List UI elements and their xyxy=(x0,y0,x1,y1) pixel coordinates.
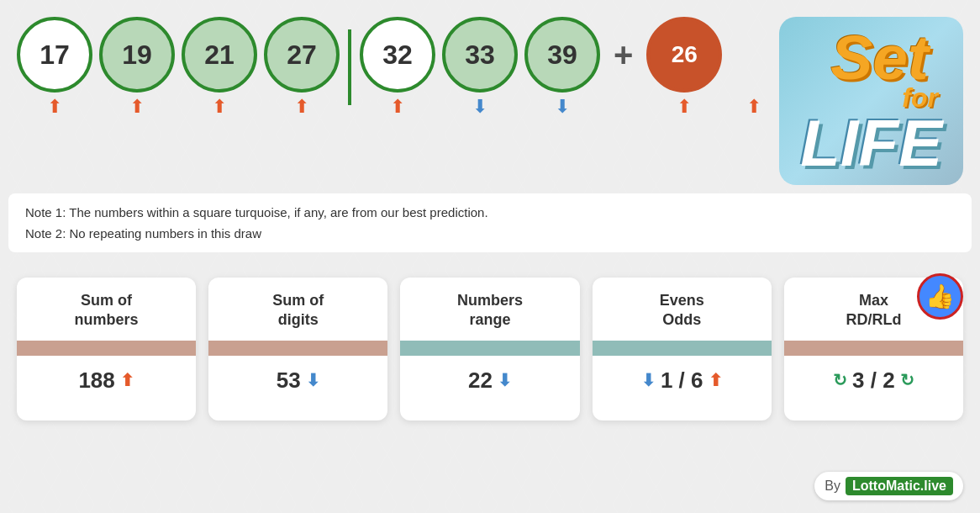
ball-group-1: 17 ⬆ xyxy=(17,17,92,118)
ball-group-7: 39 ⬇ xyxy=(524,17,600,118)
ball-17: 17 xyxy=(17,17,92,93)
main-container: 17 ⬆ 19 ⬆ 21 ⬆ 27 ⬆ 32 ⬆ xyxy=(0,0,980,513)
stat-card-evens-odds: EvensOdds ⬇ 1 / 6 ⬆ xyxy=(593,278,772,420)
stat-bar-top-4 xyxy=(593,341,772,356)
stat-value-max-rd: ↻ 3 / 2 ↻ xyxy=(784,356,963,405)
stat-arrow-up-right-4: ⬆ xyxy=(709,370,723,390)
stat-label-sum-numbers: Sum ofnumbers xyxy=(17,278,196,341)
stat-bar-top-2 xyxy=(208,341,387,356)
stat-value-numbers-range: 22 ⬇ xyxy=(400,356,579,405)
stat-bar-bottom-3 xyxy=(400,405,579,420)
ball-39: 39 xyxy=(524,17,600,93)
arrow-up-bonus: ⬆ xyxy=(677,96,692,118)
ball-group-3: 21 ⬆ xyxy=(182,17,257,118)
arrow-down-6: ⬇ xyxy=(472,96,487,118)
stat-arrow-down-left-4: ⬇ xyxy=(641,370,656,390)
stat-arrow-up-1: ⬆ xyxy=(120,370,134,390)
stat-label-sum-digits: Sum ofdigits xyxy=(208,278,387,341)
arrow-up-3: ⬆ xyxy=(212,96,227,118)
logo-wrapper: Set for LIFE xyxy=(779,17,963,185)
stat-bar-bottom-2 xyxy=(208,405,387,420)
thumbs-up-icon: 👍 xyxy=(925,283,955,310)
stat-bar-bottom-4 xyxy=(593,405,772,420)
stat-card-sum-digits: Sum ofdigits 53 ⬇ xyxy=(208,278,387,420)
stat-label-evens-odds: EvensOdds xyxy=(593,278,772,341)
arrow-down-7: ⬇ xyxy=(555,96,570,118)
refresh-icon-right-5: ↻ xyxy=(900,370,914,390)
stat-value-evens-odds: ⬇ 1 / 6 ⬆ xyxy=(593,356,772,405)
ball-group-4: 27 ⬆ xyxy=(264,17,340,118)
footer: By LottoMatic.live xyxy=(814,472,963,500)
separator xyxy=(348,29,351,105)
logo-set-text: Set xyxy=(830,29,929,87)
stat-bar-bottom-1 xyxy=(17,405,196,420)
note-2: Note 2: No repeating numbers in this dra… xyxy=(25,223,955,244)
refresh-icon-left-5: ↻ xyxy=(833,370,847,390)
footer-by-label: By xyxy=(825,479,840,494)
stat-value-sum-digits: 53 ⬇ xyxy=(208,356,387,405)
note-1: Note 1: The numbers within a square turq… xyxy=(25,202,955,223)
ball-33: 33 xyxy=(442,17,518,93)
ball-group-bonus: 26 ⬆ xyxy=(646,17,722,118)
extra-arrow-group: ⬆ xyxy=(729,17,779,118)
arrow-up-2: ⬆ xyxy=(129,96,145,118)
stats-section: Sum ofnumbers 188 ⬆ Sum ofdigits 53 ⬇ Nu… xyxy=(0,261,980,437)
arrow-up-1: ⬆ xyxy=(47,96,62,118)
ball-group-2: 19 ⬆ xyxy=(99,17,175,118)
arrow-up-extra: ⬆ xyxy=(746,96,761,118)
balls-area: 17 ⬆ 19 ⬆ 21 ⬆ 27 ⬆ 32 ⬆ xyxy=(17,17,779,118)
plus-sign: + xyxy=(614,36,633,74)
ball-19: 19 xyxy=(99,17,175,93)
notes-section: Note 1: The numbers within a square turq… xyxy=(8,193,972,252)
stat-value-sum-numbers: 188 ⬆ xyxy=(17,356,196,405)
footer-brand-label: LottoMatic.live xyxy=(846,477,953,495)
stat-bar-top-5 xyxy=(784,341,963,356)
thumbs-up-button[interactable]: 👍 xyxy=(917,273,963,320)
arrow-up-4: ⬆ xyxy=(294,96,309,118)
logo-life-text: LIFE xyxy=(800,114,942,172)
ball-bonus: 26 xyxy=(646,17,722,93)
ball-group-5: 32 ⬆ xyxy=(360,17,435,118)
stat-arrow-down-2: ⬇ xyxy=(306,370,320,390)
stat-bar-bottom-5 xyxy=(784,405,963,420)
stat-card-sum-numbers: Sum ofnumbers 188 ⬆ xyxy=(17,278,196,420)
stat-card-numbers-range: Numbersrange 22 ⬇ xyxy=(400,278,579,420)
top-section: 17 ⬆ 19 ⬆ 21 ⬆ 27 ⬆ 32 ⬆ xyxy=(0,0,980,193)
stat-arrow-down-3: ⬇ xyxy=(498,370,512,390)
ball-21: 21 xyxy=(182,17,257,93)
stat-bar-top-3 xyxy=(400,341,579,356)
ball-32: 32 xyxy=(360,17,435,93)
ball-group-6: 33 ⬇ xyxy=(442,17,518,118)
ball-27: 27 xyxy=(264,17,340,93)
stat-label-numbers-range: Numbersrange xyxy=(400,278,579,341)
arrow-up-5: ⬆ xyxy=(390,96,405,118)
stat-bar-top-1 xyxy=(17,341,196,356)
